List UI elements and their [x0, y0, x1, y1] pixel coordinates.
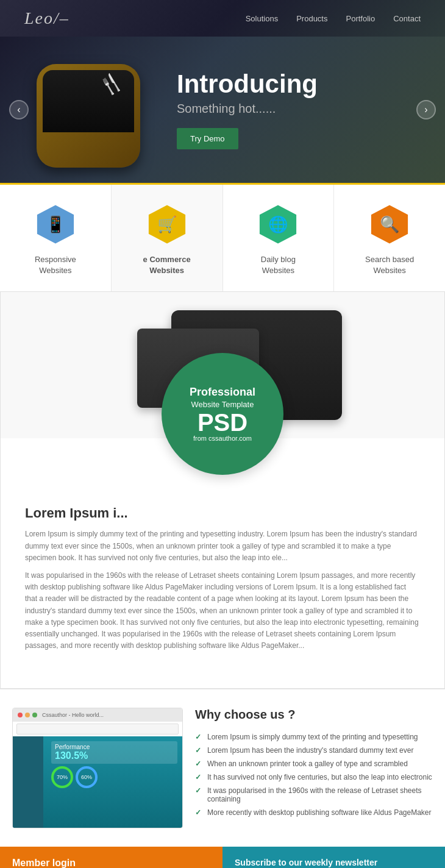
hero-prev-button[interactable]: ‹: [9, 100, 29, 119]
hero-title: Introducing: [177, 70, 318, 98]
blog-icon: 🌐: [257, 203, 299, 246]
hero-next-button[interactable]: ›: [416, 100, 436, 119]
hero-subtitle: Something hot......: [177, 102, 318, 116]
why-list-item: It was popularised in the 1960s with the…: [195, 784, 433, 806]
header: Leo/– Solutions Products Portfolio Conta…: [0, 0, 445, 37]
stat-label: Performance 130.5%: [51, 741, 177, 764]
hero-section: ‹ 🍴 Introducing Something hot...... Try …: [0, 37, 445, 183]
logo: Leo/–: [24, 9, 69, 28]
why-list-item: It has survived not only five centuries,…: [195, 770, 433, 784]
chart-blue: 60%: [76, 766, 98, 788]
browser-title: Cssauthor - Hello world...: [42, 712, 177, 718]
dashboard-sidebar: [13, 736, 43, 828]
search-icon: 🔍: [368, 203, 411, 246]
feature-responsive[interactable]: 📱 ResponsiveWebsites: [0, 185, 112, 291]
dashboard-charts: 70% 60%: [51, 766, 177, 788]
search-label: Search basedWebsites: [365, 254, 414, 276]
promo-circle: Professional Website Template PSD from c…: [162, 353, 283, 475]
chart-green: 70%: [51, 766, 73, 788]
dashboard-main: Performance 130.5% 70% 60%: [51, 741, 177, 788]
member-heading: Member login: [12, 858, 210, 868]
why-list: Lorem Ipsum is simply dummy text of the …: [195, 730, 433, 819]
nav: Solutions Products Portfolio Contact: [246, 14, 421, 23]
why-list-item: Lorem Ipsum has been the industry's stan…: [195, 744, 433, 757]
content-section: Professional Website Template PSD from c…: [0, 291, 445, 689]
hero-app-icon: 🍴: [37, 64, 140, 168]
nav-contact[interactable]: Contact: [393, 14, 421, 23]
why-list-item: When an unknown printer took a galley of…: [195, 757, 433, 770]
responsive-icon: 📱: [34, 203, 77, 246]
promo-from: from cssauthor.com: [193, 435, 252, 442]
ecommerce-label: e Commerce Websites: [143, 254, 191, 276]
why-list-item: Lorem Ipsum is simply dummy text of the …: [195, 730, 433, 744]
stat-value: 130.5%: [55, 750, 174, 761]
promo-psd: PSD: [198, 410, 247, 435]
nav-portfolio[interactable]: Portfolio: [346, 14, 375, 23]
why-text: Why choose us ? Lorem Ipsum is simply du…: [195, 708, 433, 828]
feature-search[interactable]: 🔍 Search basedWebsites: [334, 185, 445, 291]
lorem-heading: Lorem Ipsum i...: [25, 505, 420, 521]
member-login: Member login Log me in.: [0, 847, 222, 868]
lorem-content: Lorem Ipsum i... Lorem Ipsum is simply d…: [1, 487, 444, 670]
responsive-label: ResponsiveWebsites: [35, 254, 76, 276]
fork-icon: 🍴: [96, 69, 126, 99]
nav-products[interactable]: Products: [296, 14, 327, 23]
browser-body: Performance 130.5% 70% 60%: [13, 736, 182, 828]
dot-yellow: [25, 713, 30, 717]
features-section: 📱 ResponsiveWebsites 🛒 e Commerce Websit…: [0, 183, 445, 291]
blog-label: Daily blogWebsites: [261, 254, 296, 276]
dot-green: [32, 713, 37, 717]
action-section: Member login Log me in. Subscribe to our…: [0, 847, 445, 868]
promo-title: Professional: [190, 386, 255, 399]
feature-ecommerce[interactable]: 🛒 e Commerce Websites: [112, 185, 223, 291]
feature-blog[interactable]: 🌐 Daily blogWebsites: [223, 185, 335, 291]
lorem-para2: It was popularised in the 1960s with the…: [25, 570, 420, 652]
browser-bar: Cssauthor - Hello world...: [13, 708, 182, 722]
newsletter: Subscribe to our weekly newsletter Subsc…: [222, 847, 445, 868]
hero-text: Introducing Something hot...... Try Demo: [177, 70, 318, 149]
newsletter-heading: Subscribe to our weekly newsletter: [235, 858, 433, 867]
ecommerce-icon: 🛒: [146, 203, 188, 246]
try-demo-button[interactable]: Try Demo: [177, 128, 238, 149]
browser-url: [16, 724, 179, 735]
nav-solutions[interactable]: Solutions: [246, 14, 278, 23]
product-image-area: Professional Website Template PSD from c…: [1, 292, 444, 438]
why-section: Cssauthor - Hello world... Performance 1…: [0, 689, 445, 847]
screenshot-preview: Cssauthor - Hello world... Performance 1…: [12, 708, 183, 828]
lorem-para1: Lorem Ipsum is simply dummy text of the …: [25, 528, 420, 564]
why-heading: Why choose us ?: [195, 708, 433, 722]
dot-red: [18, 713, 23, 717]
why-list-item: More recently with desktop publishing so…: [195, 806, 433, 819]
